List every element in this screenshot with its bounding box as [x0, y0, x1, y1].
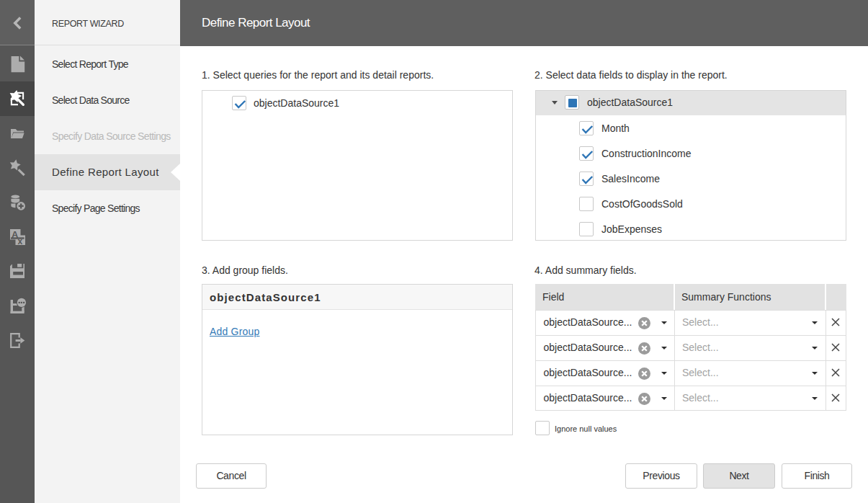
svg-text:x: x [18, 236, 23, 246]
